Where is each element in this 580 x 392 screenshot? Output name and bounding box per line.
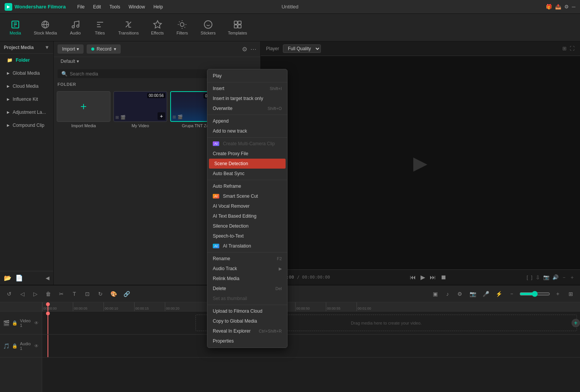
ctx-scene-detection[interactable]: Scene Detection — [209, 159, 286, 169]
mic-btn[interactable]: 🎤 — [480, 289, 491, 299]
settings-icon[interactable]: ⚙ — [564, 4, 569, 10]
mark-out-icon[interactable]: ] — [531, 274, 532, 280]
import-media-thumb[interactable]: + — [57, 91, 110, 122]
ctx-delete[interactable]: Delete Del — [207, 284, 287, 294]
sidebar-item-adjustment[interactable]: ▶ Adjustment La... — [2, 107, 51, 118]
video-track-eye-icon[interactable]: 👁 — [34, 320, 39, 326]
undo-btn[interactable]: ↺ — [4, 289, 15, 299]
layout-grid-icon[interactable]: ⊞ — [562, 46, 567, 51]
redo-btn[interactable]: ▷ — [30, 289, 41, 299]
ctx-ai-text-editing[interactable]: AI Text Based Editing — [207, 211, 287, 221]
ctx-silence-detection[interactable]: Silence Detection — [207, 221, 287, 231]
ctx-add-new-track[interactable]: Add to new track — [207, 126, 287, 136]
menu-window[interactable]: Window — [125, 3, 149, 11]
menu-help[interactable]: Help — [150, 3, 167, 11]
track-settings-btn[interactable]: ⚙ — [454, 289, 465, 299]
ctx-insert[interactable]: Insert Shift+I — [207, 84, 287, 93]
link-btn[interactable]: 🔗 — [121, 289, 132, 299]
tool-audio[interactable]: Audio — [64, 18, 87, 38]
ctx-append[interactable]: Append — [207, 116, 287, 126]
zoom-slider[interactable] — [519, 291, 550, 297]
crop-btn[interactable]: ⊡ — [82, 289, 93, 299]
tool-transitions[interactable]: Transitions — [113, 18, 144, 38]
ctx-copy-global[interactable]: Copy to Global Media — [207, 316, 287, 326]
sidebar-item-global-media[interactable]: ▶ Global Media — [2, 67, 51, 79]
sidebar-item-influence-kit[interactable]: ▶ Influence Kit — [2, 93, 51, 105]
tool-media[interactable]: Media — [4, 18, 27, 38]
my-video-thumb[interactable]: 00:00:56 ⊞ 🎬 + — [113, 91, 167, 122]
video-track-row[interactable]: Drag media here to create your video. + — [42, 312, 580, 335]
snapshot-icon[interactable]: 📷 — [543, 274, 549, 280]
audio-track-row[interactable] — [42, 335, 580, 358]
tool-templates[interactable]: Templates — [222, 18, 252, 38]
play-icon[interactable]: ▶ — [421, 274, 425, 281]
media-item-my-video[interactable]: 00:00:56 ⊞ 🎬 + My Video — [113, 91, 167, 128]
ctx-reveal-explorer[interactable]: Reveal In Explorer Ctrl+Shift+R — [207, 326, 287, 336]
filter-icon[interactable]: ⚙ — [242, 46, 247, 53]
ctx-overwrite[interactable]: Overwrite Shift+O — [207, 103, 287, 113]
ctx-speech-to-text[interactable]: Speech-to-Text — [207, 231, 287, 241]
sidebar-item-compound-clip[interactable]: ▶ Compound Clip — [2, 120, 51, 131]
audio-settings-icon[interactable]: 🔊 — [552, 274, 559, 280]
menu-file[interactable]: File — [73, 3, 88, 11]
ctx-ai-translation[interactable]: AI AI Translation — [207, 241, 287, 251]
ctx-audio-track[interactable]: Audio Track ▶ — [207, 264, 287, 274]
audio-track-lock-icon[interactable]: 🔒 — [12, 343, 18, 349]
ctx-create-proxy[interactable]: Create Proxy File — [207, 149, 287, 159]
skip-forward-icon[interactable]: ⏭ — [430, 274, 436, 281]
tool-filters[interactable]: Filters — [171, 18, 194, 38]
ctx-properties[interactable]: Properties — [207, 336, 287, 346]
ctx-insert-target[interactable]: Insert in target track only — [207, 93, 287, 103]
tool-stickers[interactable]: Stickers — [195, 18, 221, 38]
skip-back-icon[interactable]: ⏮ — [410, 274, 416, 281]
import-button[interactable]: Import ▾ — [58, 44, 84, 54]
sidebar-collapse-icon[interactable]: ▼ — [44, 44, 49, 50]
zoom-in-icon[interactable]: ＋ — [570, 274, 575, 281]
add-track-btn[interactable]: + — [572, 319, 580, 327]
tool-stock-media[interactable]: Stock Media — [28, 18, 62, 38]
tool-effects[interactable]: Effects — [146, 18, 169, 38]
ctx-rename[interactable]: Rename F2 — [207, 254, 287, 264]
zoom-out-icon[interactable]: － — [562, 274, 567, 281]
rotate-btn[interactable]: ↻ — [95, 289, 106, 299]
sidebar-item-cloud-media[interactable]: ▶ Cloud Media — [2, 80, 51, 92]
color-btn[interactable]: 🎨 — [108, 289, 119, 299]
video-track-lock-icon[interactable]: 🔒 — [12, 320, 18, 326]
fullscreen-icon[interactable]: ⛶ — [570, 46, 575, 51]
sidebar-item-folder[interactable]: 📁 Folder — [2, 54, 51, 66]
quality-select[interactable]: Full Quality 1/2 Quality 1/4 Quality — [283, 44, 321, 53]
menu-tools[interactable]: Tools — [105, 3, 124, 11]
stop-icon[interactable]: ⏹ — [440, 274, 447, 281]
undo-btn-2[interactable]: ◁ — [17, 289, 28, 299]
search-input[interactable] — [70, 71, 146, 77]
share-icon[interactable]: 📤 — [555, 4, 561, 10]
media-item-import[interactable]: + Import Media — [57, 91, 110, 128]
ctx-ai-vocal-remover[interactable]: AI Vocal Remover — [207, 201, 287, 211]
ctx-play[interactable]: Play — [207, 71, 287, 81]
add-to-timeline-icon[interactable]: ⇩ — [536, 274, 540, 280]
text-btn[interactable]: T — [69, 289, 80, 299]
add-to-timeline-btn[interactable]: + — [158, 112, 165, 120]
mark-in-icon[interactable]: [ — [527, 274, 528, 280]
gift-icon[interactable]: 🎁 — [546, 4, 552, 10]
more-icon[interactable]: ⋯ — [250, 46, 256, 53]
tool-titles[interactable]: Titles — [89, 18, 112, 38]
split-btn[interactable]: ⚡ — [493, 289, 504, 299]
camera-btn[interactable]: 📷 — [467, 289, 478, 299]
cut-btn[interactable]: ✂ — [56, 289, 67, 299]
sidebar-collapse-btn[interactable]: ◀ — [46, 275, 49, 281]
ctx-smart-scene-cut[interactable]: AI Smart Scene Cut — [207, 191, 287, 201]
audio-track-eye-icon[interactable]: 👁 — [34, 343, 39, 349]
minimize-icon[interactable]: ─ — [572, 4, 575, 10]
delete-btn[interactable]: 🗑 — [43, 289, 54, 299]
new-item-icon[interactable]: 📄 — [15, 274, 23, 282]
playhead[interactable] — [48, 302, 48, 311]
zoom-in-tl[interactable]: ＋ — [552, 289, 563, 299]
grid-view-btn[interactable]: ⊞ — [565, 289, 576, 299]
ctx-upload-cloud[interactable]: Upload to Filmora Cloud — [207, 306, 287, 316]
audio-track-btn[interactable]: ♪ — [443, 289, 452, 299]
zoom-out-tl[interactable]: － — [506, 289, 517, 299]
default-select[interactable]: Default ▾ — [58, 57, 256, 66]
ctx-auto-reframe[interactable]: Auto Reframe — [207, 181, 287, 191]
new-folder-icon[interactable]: 📂 — [4, 274, 12, 282]
